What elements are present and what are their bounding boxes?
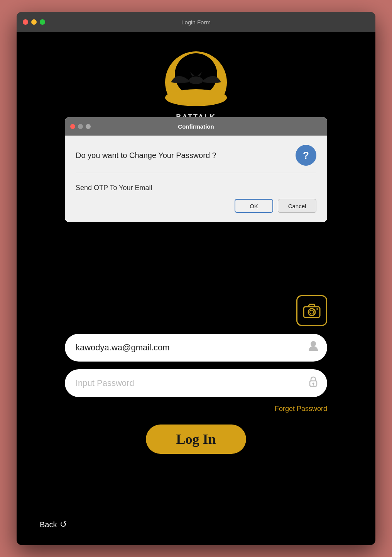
dialog-minimize-button[interactable]	[78, 124, 83, 129]
cancel-button[interactable]: Cancel	[278, 199, 316, 213]
camera-icon	[303, 303, 321, 318]
dialog-buttons: OK Cancel	[76, 199, 316, 213]
otp-text: Send OTP To Your Email	[76, 184, 152, 192]
dialog-otp-row: Send OTP To Your Email	[76, 180, 316, 199]
title-bar: Login Form	[17, 12, 375, 32]
profile-area: Forget Password Log In	[36, 295, 356, 454]
dialog-box: Confirmation Do you want to Change Your …	[65, 117, 327, 222]
forget-password-link[interactable]: Forget Password	[275, 405, 327, 413]
dialog-title: Confirmation	[178, 123, 214, 130]
svg-point-11	[311, 341, 316, 346]
email-input[interactable]	[76, 343, 303, 353]
svg-point-6	[165, 89, 227, 106]
lock-icon	[307, 375, 319, 391]
confirmation-dialog: Confirmation Do you want to Change Your …	[65, 117, 327, 222]
traffic-lights	[23, 19, 45, 25]
profile-image-row	[65, 295, 327, 326]
close-button[interactable]	[23, 19, 28, 25]
svg-point-2	[189, 76, 203, 84]
logo-icon	[161, 48, 231, 117]
svg-point-10	[316, 308, 318, 310]
svg-point-8	[308, 309, 315, 316]
user-icon	[307, 340, 319, 355]
email-input-container	[65, 334, 327, 362]
dialog-question-row: Do you want to Change Your Password ? ?	[76, 145, 316, 173]
password-input-container	[65, 369, 327, 397]
back-label: Back	[40, 520, 57, 529]
svg-point-13	[313, 383, 314, 385]
maximize-button[interactable]	[40, 19, 45, 25]
back-row: Back ↺	[36, 520, 356, 533]
dialog-titlebar: Confirmation	[65, 117, 327, 136]
login-button[interactable]: Log In	[146, 425, 246, 454]
window-title: Login Form	[181, 19, 211, 25]
password-input[interactable]	[76, 378, 303, 388]
dialog-maximize-button[interactable]	[86, 124, 91, 129]
svg-point-9	[310, 310, 314, 314]
question-icon: ?	[296, 145, 316, 166]
logo-container: BATTALK	[161, 48, 231, 121]
minimize-button[interactable]	[31, 19, 37, 25]
app-window: Login Form	[17, 12, 375, 545]
dialog-body: Do you want to Change Your Password ? ? …	[65, 136, 327, 222]
forget-password-row: Forget Password	[65, 405, 327, 413]
ok-button[interactable]: OK	[235, 199, 273, 213]
camera-button[interactable]	[296, 295, 327, 326]
back-icon[interactable]: ↺	[60, 520, 67, 530]
dialog-traffic-lights	[70, 124, 91, 129]
dialog-close-button[interactable]	[70, 124, 75, 129]
dialog-question: Do you want to Change Your Password ?	[76, 151, 216, 160]
main-content: BATTALK Confirmation Do you want to Chan…	[17, 32, 375, 545]
